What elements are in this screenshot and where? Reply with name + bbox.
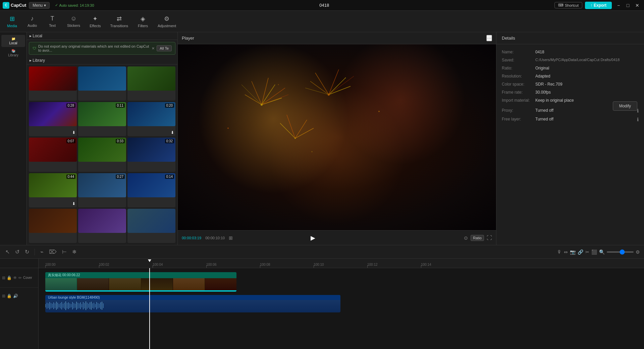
- notification-close[interactable]: ✕: [152, 46, 155, 51]
- menu-button[interactable]: Menu ▾: [29, 2, 49, 9]
- list-item[interactable]: 0:32: [127, 138, 175, 172]
- ratio-button[interactable]: Ratio: [471, 235, 484, 241]
- svg-rect-37: [59, 304, 59, 307]
- tool-filters[interactable]: ◈ Filters: [133, 13, 152, 30]
- details-panel: Details Name: 0418 Saved: C:/Users/MyPC/…: [496, 32, 644, 245]
- total-time: 00:00:10:10: [205, 236, 225, 240]
- audio-track[interactable]: Urban lounge style BGM(1148490): [45, 295, 340, 312]
- list-item[interactable]: [78, 209, 126, 243]
- audio-hide-button[interactable]: ⊞: [2, 294, 5, 298]
- list-item[interactable]: [127, 66, 175, 101]
- ruler-line: [421, 265, 421, 268]
- list-item[interactable]: 0:27: [78, 173, 126, 207]
- video-lock-button[interactable]: 🔒: [7, 276, 12, 280]
- list-item[interactable]: 0:28 ⬇: [29, 102, 77, 136]
- tool-adjustment[interactable]: ⚙ Adjustment: [154, 13, 180, 30]
- download-icon[interactable]: ⬇: [72, 130, 75, 135]
- media-content: ▸ Local 🛡 Do not export any original mat…: [27, 32, 177, 245]
- sidebar-item-library[interactable]: 📚 Library: [1, 47, 25, 59]
- list-item[interactable]: [29, 66, 77, 101]
- details-content: Name: 0418 Saved: C:/Users/MyPC/AppData/…: [496, 44, 644, 245]
- close-button[interactable]: ✕: [633, 1, 641, 9]
- ruler-mark: 100:02: [99, 263, 109, 266]
- maximize-button[interactable]: □: [624, 1, 632, 9]
- detail-name: Name: 0418: [502, 50, 639, 54]
- screenshot-button[interactable]: ⊙: [464, 235, 468, 241]
- split-button[interactable]: ⌁: [39, 247, 45, 256]
- fullscreen-button[interactable]: ⛶: [487, 235, 492, 241]
- local-section-label[interactable]: ▸ Local: [30, 34, 42, 38]
- chain-link-button[interactable]: 🔗: [578, 249, 583, 255]
- tool-audio[interactable]: ♪ Audio: [23, 13, 42, 30]
- tool-stickers[interactable]: ☺ Stickers: [63, 13, 84, 30]
- camera-button[interactable]: 📷: [570, 249, 576, 255]
- trim-button[interactable]: ✂: [585, 249, 589, 255]
- thumb-duration: 0:07: [66, 139, 75, 143]
- list-item[interactable]: 0:11: [78, 102, 126, 136]
- settings-button[interactable]: ⚙: [636, 249, 640, 255]
- subtitle-button[interactable]: ⬛: [591, 249, 597, 255]
- svg-point-19: [261, 104, 263, 106]
- film-cell: [77, 278, 109, 291]
- redo-button[interactable]: ↻: [23, 247, 31, 256]
- svg-rect-67: [99, 304, 100, 308]
- all-button[interactable]: All Te: [157, 45, 172, 51]
- list-item[interactable]: [29, 209, 77, 243]
- crop-button[interactable]: ⊢: [61, 247, 68, 256]
- freeze-button[interactable]: ❄: [71, 247, 78, 256]
- player-more-button[interactable]: ⋯: [486, 35, 492, 41]
- delete-button[interactable]: ⌦: [48, 247, 58, 256]
- tool-effects[interactable]: ✦ Effects: [86, 13, 105, 30]
- video-edit-button[interactable]: ✏: [18, 276, 22, 280]
- download-icon[interactable]: ⬇: [72, 201, 75, 206]
- shortcut-button[interactable]: ⌨ Shortcut: [554, 2, 582, 8]
- ruler-line: [153, 265, 153, 268]
- play-button[interactable]: ▶: [308, 233, 318, 243]
- export-button[interactable]: ↑ Export: [585, 2, 612, 9]
- export-label: Export: [594, 3, 606, 8]
- export-icon: ↑: [590, 3, 592, 8]
- zoom-out-button[interactable]: 🔍: [599, 249, 605, 255]
- video-track[interactable]: 真实烟花 00:00:06:22: [45, 272, 236, 292]
- list-item[interactable]: 0:33: [78, 138, 126, 172]
- svg-rect-43: [67, 303, 67, 308]
- list-item[interactable]: 0:07: [29, 138, 77, 172]
- minimize-button[interactable]: −: [614, 1, 623, 9]
- grid-view-button[interactable]: ⊞: [229, 235, 233, 241]
- tool-transitions[interactable]: ⇄ Transitions: [106, 13, 132, 30]
- sidebar-item-local[interactable]: 📁 Local: [1, 35, 25, 47]
- player-right-controls: ⊙ Ratio ⛶: [464, 235, 492, 241]
- detail-free-layer: Free layer: Turned off ℹ: [502, 117, 639, 122]
- ruler-mark: 100:08: [260, 263, 270, 266]
- link-split-button[interactable]: ⇔: [564, 249, 568, 255]
- library-section-label[interactable]: ▸ Library: [30, 58, 45, 63]
- frame-rate-value: 30.00fps: [535, 90, 639, 95]
- list-item[interactable]: 0:14: [127, 173, 175, 207]
- zoom-slider[interactable]: [607, 251, 634, 253]
- microphone-button[interactable]: 🎙: [557, 249, 562, 255]
- tool-media[interactable]: ⊞ Media: [3, 13, 21, 30]
- undo-button[interactable]: ↺: [14, 247, 21, 256]
- list-item[interactable]: 0:20 ⬇: [127, 102, 175, 136]
- thumb-duration: 0:28: [66, 103, 75, 108]
- video-mute-button[interactable]: 👁: [13, 276, 17, 280]
- video-hide-button[interactable]: ⊞: [2, 276, 5, 280]
- audio-lock-button[interactable]: 🔒: [7, 294, 12, 298]
- timeline: ↖ ↺ ↻ ⌁ ⌦ ⊢ ❄ 🎙 ⇔ 📷 🔗 ✂ ⬛ 🔍 ⚙ ⊞ 🔒 👁: [0, 245, 644, 349]
- free-layer-label: Free layer:: [502, 117, 535, 121]
- modify-button[interactable]: Modify: [613, 101, 637, 111]
- cursor-tool[interactable]: ↖: [4, 247, 11, 256]
- free-layer-value: Turned off: [535, 117, 637, 121]
- top-right-controls: ⌨ Shortcut ↑ Export − □ ✕: [554, 1, 641, 9]
- svg-point-20: [328, 94, 330, 96]
- timeline-tracks-area: 100:00 100:02 100:04 100:06 100:08 100:1…: [39, 259, 644, 349]
- list-item[interactable]: [127, 209, 175, 243]
- download-icon[interactable]: ⬇: [171, 130, 174, 135]
- free-layer-toggle[interactable]: ℹ: [637, 117, 639, 122]
- color-space-value: SDR - Rec.709: [535, 82, 639, 87]
- list-item[interactable]: [78, 66, 126, 101]
- list-item[interactable]: 0:44 ⬇: [29, 173, 77, 207]
- tool-text[interactable]: T Text: [43, 13, 62, 30]
- audio-mute-button[interactable]: 🔊: [13, 294, 18, 298]
- audio-track-name: Urban lounge style BGM(1148490): [48, 296, 100, 299]
